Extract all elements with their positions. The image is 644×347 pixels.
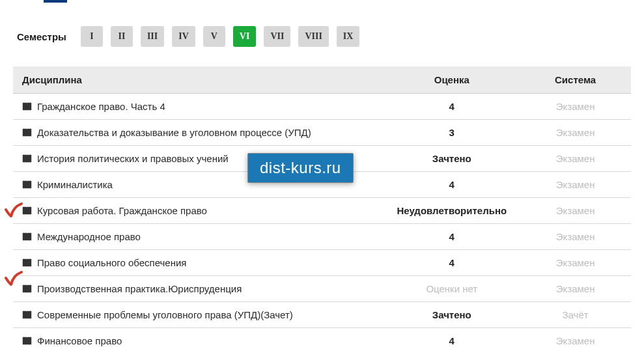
grade-cell: Оценки нет [384, 276, 520, 302]
discipline-cell: Право социального обеспечения [13, 250, 384, 276]
header-grade: Оценка [384, 66, 520, 94]
book-icon [22, 285, 32, 293]
system-cell: Экзамен [520, 146, 631, 172]
grade-cell: 3 [384, 120, 520, 146]
discipline-link[interactable]: Гражданское право. Часть 4 [37, 101, 165, 112]
semester-selector: Семестры I II III IV V VI VII VIII IX [17, 26, 631, 47]
table-row: Право социального обеспечения4Экзамен [13, 250, 631, 276]
active-tab-indicator [44, 0, 67, 3]
grade-cell: 4 [384, 94, 520, 120]
table-row: Производственная практика.ЮриспруденцияО… [13, 276, 631, 302]
system-cell: Экзамен [520, 224, 631, 250]
system-cell: Экзамен [520, 120, 631, 146]
system-value: Зачёт [563, 309, 589, 320]
discipline-cell: Гражданское право. Часть 4 [13, 94, 384, 120]
system-value: Экзамен [556, 335, 595, 346]
grade-value: Зачтено [432, 309, 471, 320]
table-row: Финансовое право4Экзамен [13, 328, 631, 348]
semester-btn-3[interactable]: III [141, 26, 164, 47]
book-icon [22, 154, 32, 163]
grade-cell: Зачтено [384, 146, 520, 172]
discipline-link[interactable]: История политических и правовых учений [37, 153, 229, 164]
system-cell: Экзамен [520, 250, 631, 276]
book-icon [22, 128, 32, 137]
discipline-cell: Доказательства и доказывание в уголовном… [13, 120, 384, 146]
discipline-link[interactable]: Право социального обеспечения [37, 257, 186, 268]
book-icon [22, 311, 32, 319]
book-icon [22, 180, 32, 189]
system-cell: Экзамен [520, 328, 631, 348]
book-icon [22, 102, 32, 111]
header-discipline: Дисциплина [13, 66, 384, 94]
system-value: Экзамен [556, 231, 595, 242]
discipline-cell: Курсовая работа. Гражданское право [13, 198, 384, 224]
discipline-cell: Международное право [13, 224, 384, 250]
discipline-link[interactable]: Финансовое право [37, 335, 122, 346]
discipline-link[interactable]: Современные проблемы уголовного права (У… [37, 309, 293, 320]
semester-btn-2[interactable]: II [111, 26, 133, 47]
grade-value: 3 [449, 127, 455, 138]
system-value: Экзамен [556, 127, 595, 138]
discipline-cell: Современные проблемы уголовного права (У… [13, 302, 384, 328]
discipline-link[interactable]: Доказательства и доказывание в уголовном… [37, 127, 311, 138]
system-cell: Экзамен [520, 94, 631, 120]
grades-table: Дисциплина Оценка Система Гражданское пр… [13, 66, 631, 347]
system-value: Экзамен [556, 283, 595, 294]
table-row: Курсовая работа. Гражданское правоНеудов… [13, 198, 631, 224]
discipline-link[interactable]: Криминалистика [37, 179, 113, 190]
semester-btn-9[interactable]: IX [337, 26, 360, 47]
discipline-link[interactable]: Производственная практика.Юриспруденция [37, 283, 242, 294]
semester-btn-5[interactable]: V [203, 26, 225, 47]
grade-value: 4 [449, 257, 455, 268]
grade-value: Зачтено [432, 153, 471, 164]
table-row: Гражданское право. Часть 44Экзамен [13, 94, 631, 120]
semester-btn-7[interactable]: VII [264, 26, 290, 47]
grade-cell: 4 [384, 328, 520, 348]
system-value: Экзамен [556, 205, 595, 216]
discipline-link[interactable]: Международное право [37, 231, 141, 242]
system-value: Экзамен [556, 179, 595, 190]
grade-cell: 4 [384, 250, 520, 276]
table-row: Современные проблемы уголовного права (У… [13, 302, 631, 328]
grade-cell: Зачтено [384, 302, 520, 328]
watermark-overlay: dist-kurs.ru [247, 153, 354, 183]
grade-cell: 4 [384, 224, 520, 250]
grade-value: 4 [449, 101, 455, 112]
semester-btn-6[interactable]: VI [233, 26, 257, 47]
grade-value: Оценки нет [426, 283, 477, 294]
table-row: Доказательства и доказывание в уголовном… [13, 120, 631, 146]
system-cell: Экзамен [520, 276, 631, 302]
semester-btn-4[interactable]: IV [172, 26, 195, 47]
book-icon [22, 337, 32, 345]
table-header-row: Дисциплина Оценка Система [13, 66, 631, 94]
system-value: Экзамен [556, 101, 595, 112]
header-system: Система [520, 66, 631, 94]
semester-btn-1[interactable]: I [81, 26, 103, 47]
grade-value: Неудовлетворительно [397, 205, 507, 216]
discipline-cell: Производственная практика.Юриспруденция [13, 276, 384, 302]
grade-cell: Неудовлетворительно [384, 198, 520, 224]
grade-value: 4 [449, 335, 455, 346]
system-value: Экзамен [556, 153, 595, 164]
system-value: Экзамен [556, 257, 595, 268]
semester-btn-8[interactable]: VIII [298, 26, 328, 47]
grade-cell: 4 [384, 172, 520, 198]
discipline-link[interactable]: Курсовая работа. Гражданское право [37, 205, 207, 216]
table-body: Гражданское право. Часть 44ЭкзаменДоказа… [13, 94, 631, 348]
system-cell: Экзамен [520, 172, 631, 198]
grade-value: 4 [449, 179, 455, 190]
grade-value: 4 [449, 231, 455, 242]
book-icon [22, 206, 32, 215]
semester-label: Семестры [17, 31, 66, 42]
table-row: Международное право4Экзамен [13, 224, 631, 250]
book-icon [22, 232, 32, 241]
system-cell: Зачёт [520, 302, 631, 328]
system-cell: Экзамен [520, 198, 631, 224]
book-icon [22, 258, 32, 267]
discipline-cell: Финансовое право [13, 328, 384, 348]
